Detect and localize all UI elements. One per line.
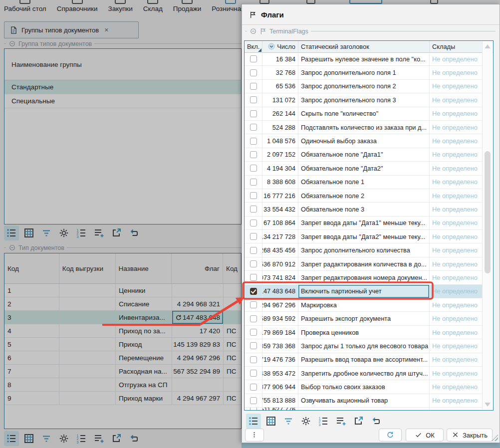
more-button[interactable]: [245, 429, 264, 442]
repeat-icon[interactable]: [368, 414, 383, 429]
flag-row[interactable]: 65 536Запрос дополнительного поля 2Не оп…: [245, 80, 483, 93]
flag-warehouses[interactable]: [430, 408, 483, 410]
list-view-icon[interactable]: [246, 414, 261, 429]
flag-checkbox[interactable]: [250, 408, 257, 410]
column-header-vkl[interactable]: Вкл.: [245, 41, 262, 52]
flag-checkbox[interactable]: [250, 233, 257, 240]
flag-warehouses[interactable]: Не определено: [430, 66, 483, 79]
flag-warehouses[interactable]: Не определено: [430, 298, 483, 311]
flag-row[interactable]: 67 108 864Запрет ввода даты "Дата1" мень…: [245, 217, 483, 230]
flag-row[interactable]: 536 870 912Запрет радактирования количес…: [245, 257, 483, 271]
flag-warehouses[interactable]: Не определено: [430, 176, 483, 189]
flag-warehouses[interactable]: Не определено: [430, 217, 483, 229]
flag-checkbox[interactable]: [250, 274, 257, 281]
flag-warehouses[interactable]: Не определено: [430, 367, 483, 380]
flag-checkbox[interactable]: [250, 260, 257, 267]
flag-row[interactable]: 274 877 906 944Выбор только своих заказо…: [245, 380, 483, 394]
grid-icon[interactable]: [263, 414, 278, 429]
flag-checkbox[interactable]: [250, 370, 257, 377]
flag-checkbox[interactable]: [250, 397, 257, 404]
flag-checkbox[interactable]: [250, 301, 257, 308]
flag-warehouses[interactable]: Не определено: [430, 107, 483, 120]
flag-row[interactable]: 33 554 432Обязательное поле 3Не определе…: [245, 203, 483, 216]
flag-warehouses[interactable]: Не определено: [430, 394, 483, 407]
flag-row[interactable]: 4 194 304Обязательное поле "Дата2"Не опр…: [245, 162, 483, 175]
refresh-button[interactable]: [379, 429, 402, 442]
numbered-list-icon[interactable]: 123: [316, 414, 331, 429]
flag-warehouses[interactable]: Не определено: [430, 339, 483, 352]
flag-checkbox[interactable]: [250, 55, 257, 62]
flag-row[interactable]: 32 768Запрос дополнительного поля 1Не оп…: [245, 66, 483, 79]
flag-checkbox[interactable]: [250, 220, 257, 226]
flag-row[interactable]: 2 147 483 648Включить партионный учетНе …: [245, 285, 483, 298]
scroll-up-arrow[interactable]: [485, 44, 491, 48]
flag-row[interactable]: 262 144Скрыть поле "количество"Не опреде…: [245, 107, 483, 121]
flag-warehouses[interactable]: Не определено: [430, 257, 483, 270]
flag-checkbox[interactable]: [250, 192, 257, 199]
flag-row[interactable]: 1 073 741 824Запрет редактирования номер…: [245, 271, 483, 284]
gear-icon[interactable]: [298, 414, 313, 429]
flag-warehouses[interactable]: Не определено: [430, 326, 483, 339]
column-header-chislo[interactable]: Число: [262, 41, 298, 52]
flag-warehouses[interactable]: Не определено: [430, 121, 483, 134]
flag-row[interactable]: 16 777 216Обязательное поле 2Не определе…: [245, 189, 483, 203]
flag-warehouses[interactable]: Не определено: [430, 134, 483, 147]
flag-checkbox[interactable]: [250, 288, 257, 295]
flag-warehouses[interactable]: Не определено: [430, 312, 483, 325]
flag-row[interactable]: 8 589 934 592Разрешить экспорт документа…: [245, 312, 483, 325]
flag-checkbox[interactable]: [250, 356, 257, 363]
vertical-scrollbar[interactable]: [482, 41, 493, 410]
flag-checkbox[interactable]: [250, 315, 257, 322]
flag-checkbox[interactable]: [250, 151, 257, 158]
filter-icon[interactable]: [281, 414, 296, 429]
flag-checkbox[interactable]: [250, 83, 257, 90]
flag-row[interactable]: 137 438 953 472Запретить дробное количес…: [245, 367, 483, 380]
flag-warehouses[interactable]: Не определено: [430, 148, 483, 161]
column-header-zagolovok[interactable]: Статический заголовок: [298, 41, 430, 52]
flag-row[interactable]: 524 288Подставлять количество из заказа …: [245, 121, 483, 134]
flag-warehouses[interactable]: Не определено: [430, 285, 483, 298]
flag-row[interactable]: 1 099 511 627 776: [245, 408, 483, 410]
flag-warehouses[interactable]: Не определено: [430, 93, 483, 106]
scroll-down-arrow[interactable]: [485, 403, 491, 407]
flag-row[interactable]: 1 048 576Одиночный выбор заказаНе опреде…: [245, 134, 483, 148]
flag-checkbox[interactable]: [250, 124, 257, 131]
collapse-icon[interactable]: [250, 27, 257, 35]
add-row-icon[interactable]: [333, 414, 348, 429]
flag-checkbox[interactable]: [250, 342, 257, 349]
flag-warehouses[interactable]: Не определено: [430, 353, 483, 366]
flag-warehouses[interactable]: Не определено: [430, 52, 483, 65]
flag-row[interactable]: 131 072Запрос дополнительного поля 3Не о…: [245, 93, 483, 107]
flag-warehouses[interactable]: Не определено: [430, 189, 483, 202]
flag-checkbox[interactable]: [250, 96, 257, 103]
flag-row[interactable]: 549 755 813 888Озвучивать акционный това…: [245, 394, 483, 408]
flag-row[interactable]: 8 388 608Обязательное поле 1Не определен…: [245, 176, 483, 189]
sort-down-circle-icon[interactable]: [267, 42, 275, 50]
flag-row[interactable]: 34 359 738 368Запрос даты 1 только для в…: [245, 339, 483, 353]
flag-checkbox[interactable]: [250, 179, 257, 186]
flag-warehouses[interactable]: Не определено: [430, 80, 483, 93]
flag-warehouses[interactable]: Не определено: [430, 243, 483, 256]
external-link-icon[interactable]: [351, 414, 366, 429]
flag-row[interactable]: 2 097 152Обязательное поле "Дата1"Не опр…: [245, 148, 483, 162]
flag-checkbox[interactable]: [250, 329, 257, 336]
flag-checkbox[interactable]: [250, 206, 257, 213]
flag-row[interactable]: 16 384Разрешить нулевое значение в поле …: [245, 52, 483, 66]
flag-checkbox[interactable]: [250, 384, 257, 391]
flag-row[interactable]: 268 435 456Запрос дополнительного количе…: [245, 243, 483, 257]
flag-checkbox[interactable]: [250, 247, 257, 254]
flag-checkbox[interactable]: [250, 138, 257, 145]
scroll-thumb[interactable]: [485, 151, 491, 273]
flag-row[interactable]: 68 719 476 736Разрешить ввод товара вне …: [245, 353, 483, 367]
flag-warehouses[interactable]: Не определено: [430, 162, 483, 175]
flag-row[interactable]: 134 217 728Запрет ввода даты "Дата2" мен…: [245, 230, 483, 243]
flag-checkbox[interactable]: [250, 69, 257, 76]
ok-button[interactable]: ОК: [406, 429, 444, 442]
flag-warehouses[interactable]: Не определено: [430, 271, 483, 284]
flag-row[interactable]: 4 294 967 296МаркировкаНе определено: [245, 298, 483, 312]
flag-warehouses[interactable]: Не определено: [430, 203, 483, 216]
flag-warehouses[interactable]: Не определено: [430, 380, 483, 393]
flag-checkbox[interactable]: [250, 165, 257, 172]
flag-row[interactable]: 17 179 869 184Проверка ценниковНе опреде…: [245, 326, 483, 339]
close-button[interactable]: Закрыть: [447, 429, 493, 442]
